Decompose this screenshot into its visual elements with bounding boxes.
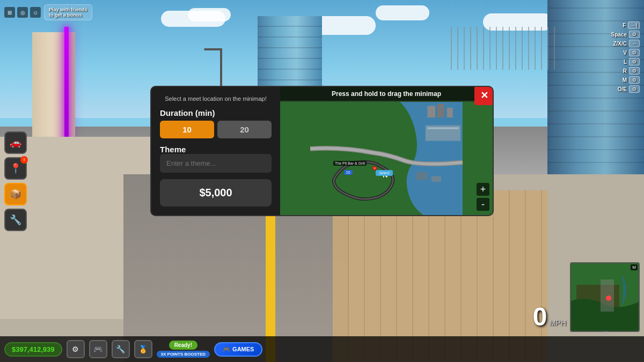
zoom-minus-icon: - <box>481 199 485 210</box>
svg-rect-10 <box>416 172 428 180</box>
svg-rect-6 <box>437 104 444 117</box>
map-select-label: Select <box>379 171 389 175</box>
theme-input[interactable] <box>160 154 272 173</box>
meet-dialog: ✕ Select a meet location on the minimap!… <box>150 86 494 216</box>
minimap-instruction-text: Press and hold to drag the minimap <box>280 87 493 101</box>
map-area[interactable]: The Pit Bar & Grill 20 Select + - <box>280 102 493 215</box>
svg-rect-9 <box>427 127 458 129</box>
map-select-button[interactable]: Select <box>376 170 392 176</box>
close-icon: ✕ <box>480 90 488 101</box>
theme-label: Theme <box>160 145 272 154</box>
duration-10-label: 10 <box>182 125 192 134</box>
map-zoom-minus-button[interactable]: - <box>477 198 489 211</box>
dialog-left-panel: Select a meet location on the minimap! D… <box>151 87 280 215</box>
price-label: $5,000 <box>199 187 232 198</box>
duration-20-btn[interactable]: 20 <box>217 121 272 138</box>
duration-20-label: 20 <box>240 125 249 134</box>
duration-10-btn[interactable]: 10 <box>160 121 214 138</box>
dialog-overlay: ✕ Select a meet location on the minimap!… <box>0 0 644 362</box>
dialog-close-button[interactable]: ✕ <box>474 86 494 105</box>
zoom-plus-icon: + <box>480 184 486 195</box>
duration-label: Duration (min) <box>160 108 272 117</box>
map-svg <box>280 102 493 215</box>
svg-point-13 <box>374 167 376 169</box>
map-zoom-plus-button[interactable]: + <box>477 183 489 196</box>
map-marker-value: 20 <box>346 171 350 174</box>
map-marker-label: 20 <box>344 170 353 175</box>
svg-rect-5 <box>427 106 435 117</box>
svg-rect-7 <box>447 108 453 117</box>
pit-bar-label: The Pit Bar & Grill <box>333 161 367 166</box>
svg-rect-11 <box>431 176 441 182</box>
duration-options: 10 20 <box>160 121 272 138</box>
price-button[interactable]: $5,000 <box>160 179 272 206</box>
dialog-map-panel: Press and hold to drag the minimap <box>280 87 493 215</box>
dialog-header-text: Select a meet location on the minimap! <box>160 95 272 102</box>
